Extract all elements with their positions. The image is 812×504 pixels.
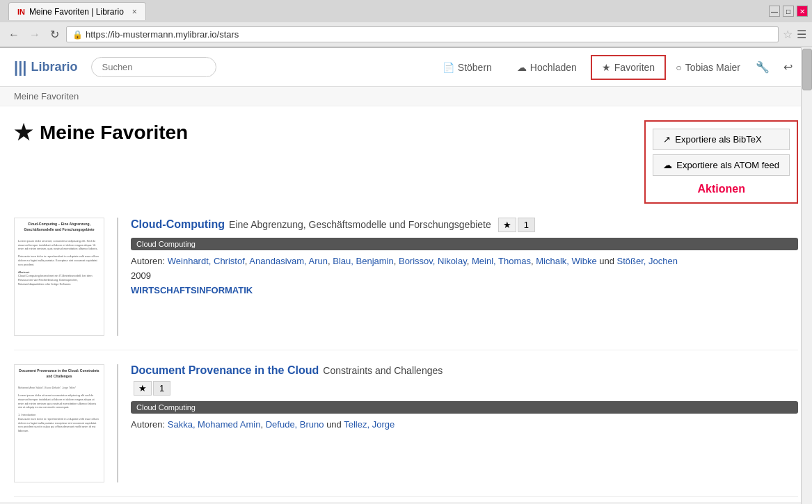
- logo[interactable]: ||| Librario: [14, 58, 77, 76]
- main-content: ★ Meine Favoriten ↗ Exportiere als BibTe…: [0, 106, 812, 502]
- nav-user[interactable]: ○ Tobias Maier: [669, 56, 747, 79]
- browse-label: Stöbern: [458, 62, 492, 73]
- result-info-2: Document Provenance in the Cloud Constra…: [131, 364, 798, 482]
- result-info-1: Cloud-Computing Eine Abgrenzung, Geschäf…: [131, 218, 798, 336]
- thumbnail-content-2: Document Provenance in the Cloud: Constr…: [15, 365, 104, 482]
- result-subtitle-1: Eine Abgrenzung, Geschäftsmodelle und Fo…: [229, 219, 491, 230]
- bibtex-icon: ↗: [663, 134, 671, 145]
- browser-chrome: IN Meine Favoriten | Librario × — □ ✕ ← …: [0, 0, 812, 48]
- page-header: ★ Meine Favoriten ↗ Exportiere als BibTe…: [14, 120, 798, 204]
- forward-button[interactable]: →: [26, 27, 43, 42]
- export-atom-button[interactable]: ☁ Exportiere als ATOM feed: [653, 154, 790, 176]
- title-star-icon: ★: [14, 120, 33, 145]
- tab-close-button[interactable]: ×: [132, 7, 137, 17]
- rating-star-button-1[interactable]: ★: [498, 218, 516, 232]
- thumbnail-body-2: Mohamed Amin Sakka*, Bruno Defude*, Jorg…: [15, 384, 104, 434]
- result-title-line-1: Cloud-Computing Eine Abgrenzung, Geschäf…: [131, 218, 798, 232]
- vertical-divider-1: [117, 218, 118, 336]
- atom-icon: ☁: [663, 160, 672, 170]
- rating-star-button-2[interactable]: ★: [134, 381, 152, 396]
- actions-panel: ↗ Exportiere als BibTeX ☁ Exportiere als…: [644, 120, 798, 204]
- breadcrumb-text: Meine Favoriten: [14, 91, 79, 101]
- result-authors-1: Autoren: Weinhardt, Christof, Anandasiva…: [131, 256, 798, 266]
- nav-upload[interactable]: ☁ Hochladen: [506, 55, 588, 80]
- tab-favicon: IN: [17, 8, 25, 16]
- author-link-1-6[interactable]: Michalk, Wibke: [536, 256, 596, 266]
- author-link-2-3[interactable]: Tellez, Jorge: [344, 419, 395, 430]
- result-rating-1: ★ 1: [498, 218, 535, 232]
- export-bibtex-button[interactable]: ↗ Exportiere als BibTeX: [653, 129, 790, 150]
- result-title-1[interactable]: Cloud-Computing: [131, 218, 225, 231]
- upload-icon: ☁: [517, 62, 527, 73]
- browser-menu-icon[interactable]: ☰: [797, 28, 806, 41]
- rating-count-1: 1: [518, 218, 535, 232]
- scrollbar-thumb[interactable]: [802, 49, 812, 90]
- result-rating-2: ★ 1: [134, 381, 798, 396]
- browser-titlebar: IN Meine Favoriten | Librario × — □ ✕: [0, 0, 812, 22]
- browser-tabs: IN Meine Favoriten | Librario ×: [4, 2, 150, 20]
- table-row: Cloud-Computing – Eine Abgrenzung, Gesch…: [14, 218, 798, 350]
- thumbnail-body-1: Lorem ipsum dolor sit amet, consectetur …: [15, 237, 104, 288]
- nav-items: 📄 Stöbern ☁ Hochladen ★ Favoriten ○ Tobi…: [431, 55, 798, 80]
- bookmark-star-icon[interactable]: ☆: [783, 28, 793, 41]
- nav-favorites[interactable]: ★ Favoriten: [591, 55, 666, 80]
- logout-icon[interactable]: ↩: [778, 55, 798, 79]
- tab-title: Meine Favoriten | Librario: [29, 7, 124, 17]
- browser-addressbar: ← → ↻ 🔒 https://ib-mustermann.mylibrar.i…: [0, 22, 812, 47]
- result-title-2[interactable]: Document Provenance in the Cloud: [131, 364, 319, 377]
- thumbnail-text-1: Cloud-Computing – Eine Abgrenzung, Gesch…: [15, 218, 104, 236]
- thumbnail-content-1: Cloud-Computing – Eine Abgrenzung, Gesch…: [15, 218, 104, 335]
- atom-label: Exportiere als ATOM feed: [676, 160, 779, 170]
- result-subtitle-2: Constraints and Challenges: [323, 365, 443, 376]
- breadcrumb: Meine Favoriten: [0, 87, 812, 106]
- ssl-lock-icon: 🔒: [72, 30, 83, 40]
- result-year-1: 2009: [131, 270, 798, 281]
- result-title-line-2: Document Provenance in the Cloud Constra…: [131, 364, 798, 377]
- table-row: Document Provenance in the Cloud: Constr…: [14, 364, 798, 497]
- address-bar[interactable]: 🔒 https://ib-mustermann.mylibrar.io/star…: [66, 26, 779, 42]
- author-link-1-1[interactable]: Weinhardt, Christof: [168, 256, 245, 266]
- reload-button[interactable]: ↻: [47, 26, 62, 42]
- search-input[interactable]: [91, 57, 216, 77]
- result-thumbnail-1[interactable]: Cloud-Computing – Eine Abgrenzung, Gesch…: [14, 218, 104, 336]
- page-title: ★ Meine Favoriten: [14, 120, 188, 145]
- minimize-button[interactable]: —: [769, 6, 780, 17]
- author-link-1-7[interactable]: Stößer, Jochen: [617, 256, 678, 266]
- actions-label: Aktionen: [653, 183, 790, 195]
- result-thumbnail-2[interactable]: Document Provenance in the Cloud: Constr…: [14, 364, 104, 482]
- results-list: Cloud-Computing – Eine Abgrenzung, Gesch…: [14, 218, 798, 497]
- bibtex-label: Exportiere als BibTeX: [675, 134, 761, 145]
- result-authors-2: Autoren: Sakka, Mohamed Amin, Defude, Br…: [131, 419, 798, 430]
- page-title-text: Meine Favoriten: [40, 122, 188, 144]
- scrollbar[interactable]: [801, 47, 812, 504]
- author-link-1-4[interactable]: Borissov, Nikolay: [399, 256, 467, 266]
- logo-text: Librario: [31, 60, 77, 74]
- maximize-button[interactable]: □: [783, 6, 794, 17]
- logo-icon: |||: [14, 58, 26, 76]
- browser-tab-active[interactable]: IN Meine Favoriten | Librario ×: [8, 2, 146, 20]
- rating-count-2: 1: [153, 381, 170, 396]
- upload-label: Hochladen: [530, 62, 577, 73]
- thumbnail-text-2: Document Provenance in the Cloud: Constr…: [15, 365, 104, 382]
- tag-badge-1[interactable]: Cloud Computing: [131, 238, 798, 250]
- user-label: Tobias Maier: [685, 62, 740, 73]
- author-link-1-2[interactable]: Anandasivam, Arun: [249, 256, 328, 266]
- app-header: ||| Librario 📄 Stöbern ☁ Hochladen ★ Fav…: [0, 48, 812, 87]
- author-link-2-1[interactable]: Sakka, Mohamed Amin: [168, 419, 261, 430]
- close-button[interactable]: ✕: [797, 6, 808, 17]
- app-wrapper: ||| Librario 📄 Stöbern ☁ Hochladen ★ Fav…: [0, 48, 812, 502]
- settings-icon[interactable]: 🔧: [750, 55, 775, 79]
- result-journal-1[interactable]: WIRTSCHAFTSINFORMATIK: [131, 285, 798, 295]
- author-link-1-5[interactable]: Meinl, Thomas: [472, 256, 531, 266]
- back-button[interactable]: ←: [6, 27, 22, 42]
- author-link-2-2[interactable]: Defude, Bruno: [266, 419, 324, 430]
- vertical-divider-2: [117, 364, 118, 482]
- favorites-icon: ★: [602, 62, 611, 73]
- author-link-1-3[interactable]: Blau, Benjamin: [333, 256, 393, 266]
- tag-badge-2[interactable]: Cloud Computing: [131, 401, 798, 414]
- favorites-label: Favoriten: [614, 62, 655, 73]
- window-controls: — □ ✕: [769, 6, 808, 17]
- nav-browse[interactable]: 📄 Stöbern: [431, 55, 503, 80]
- url-text: https://ib-mustermann.mylibrar.io/stars: [86, 29, 239, 40]
- browse-icon: 📄: [443, 62, 454, 73]
